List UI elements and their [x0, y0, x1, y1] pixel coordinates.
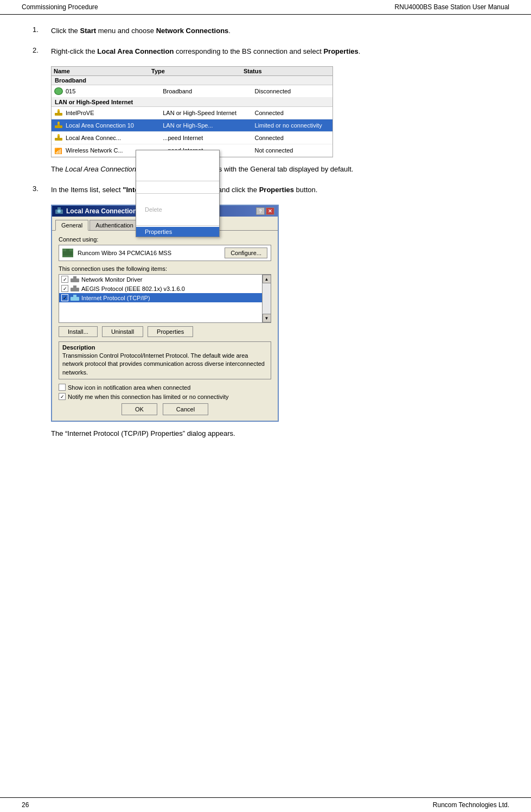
ctx-create-shortcut[interactable]: Create Shortcut	[136, 195, 219, 205]
items-label: This connection uses the following items…	[59, 265, 271, 272]
install-button[interactable]: Install...	[59, 326, 98, 337]
header-left: Commissioning Procedure	[22, 3, 98, 11]
row-type: LAN or High-Speed Internet	[163, 110, 254, 116]
network-connections-screenshot: Name Type Status Broadband 015 Broadband…	[51, 66, 333, 157]
row-type: Broadband	[163, 88, 254, 94]
table-row-highlighted: Local Area Connection 10 LAN or High-Spe…	[52, 119, 332, 132]
row-status: Limited or no connectivity	[255, 122, 330, 129]
svg-rect-14	[66, 249, 69, 252]
ok-button[interactable]: OK	[121, 403, 157, 415]
scroll-down[interactable]: ▼	[263, 314, 271, 322]
note-after-step3: The “Internet Protocol (TCP/IP) Properti…	[51, 428, 498, 439]
svg-rect-18	[73, 286, 76, 288]
row-name: 015	[66, 88, 163, 94]
ctx-properties[interactable]: Properties	[136, 227, 219, 237]
table-header: Name Type Status	[52, 67, 332, 76]
list-item-label: Network Monitor Driver	[81, 276, 142, 283]
lan-icon	[54, 121, 63, 130]
step-1-text: Click the Start menu and choose Network …	[51, 26, 231, 36]
row-name: Local Area Connec...	[66, 135, 163, 141]
table-row: 015 Broadband Disconnected	[52, 85, 332, 98]
list-item-label: Internet Protocol (TCP/IP)	[81, 295, 150, 301]
col-name-header: Name	[54, 68, 151, 74]
ctx-disable[interactable]: Disable	[136, 150, 219, 160]
svg-point-12	[57, 210, 61, 213]
section-lan: LAN or High-Speed Internet	[52, 98, 332, 107]
tab-authentication[interactable]: Authentication	[89, 220, 139, 230]
show-icon-checkbox[interactable]	[59, 384, 66, 391]
notify-label: Notify me when this connection has limit…	[68, 394, 229, 400]
tab-general[interactable]: General	[55, 220, 88, 231]
ctx-status[interactable]: Status	[136, 160, 219, 170]
svg-rect-13	[63, 251, 73, 256]
lan-svg	[54, 109, 63, 117]
list-item[interactable]: Network Monitor Driver	[59, 275, 271, 284]
scroll-track	[263, 283, 271, 314]
lan-icon	[54, 134, 63, 142]
device-icon	[62, 249, 73, 257]
cancel-button[interactable]: Cancel	[163, 403, 208, 415]
svg-rect-20	[73, 295, 76, 297]
ctx-bridge-connections[interactable]: Bridge Connections	[136, 182, 219, 192]
close-button[interactable]: ✕	[266, 207, 274, 215]
col-type-header: Type	[151, 68, 244, 74]
lan-icon	[54, 109, 63, 117]
footer-left: 26	[22, 801, 29, 809]
row-type: ...peed Internet	[163, 135, 254, 141]
context-menu: Disable Status Repair Bridge Connections…	[136, 150, 220, 237]
scroll-up[interactable]: ▲	[263, 275, 271, 283]
ctx-rename[interactable]: Rename	[136, 214, 219, 224]
table-row: Local Area Connec... ...peed Internet Co…	[52, 132, 332, 144]
svg-rect-19	[71, 297, 79, 301]
list-item-selected[interactable]: Internet Protocol (TCP/IP)	[59, 293, 271, 302]
properties-button[interactable]: Properties	[148, 326, 193, 337]
step-2: 2. Right-click the Local Area Connection…	[33, 46, 498, 57]
globe-icon	[54, 87, 63, 96]
items-list: Network Monitor Driver AEGIS Protocol (I…	[59, 274, 271, 323]
dialog-title-icon	[55, 207, 63, 215]
wireless-icon: 📶	[54, 146, 63, 155]
checkbox-aegis[interactable]	[61, 285, 68, 292]
svg-rect-15	[71, 278, 79, 282]
checkbox-tcp-ip[interactable]	[61, 294, 68, 301]
description-label: Description	[62, 344, 267, 351]
list-item[interactable]: AEGIS Protocol (IEEE 802.1x) v3.1.6.0	[59, 284, 271, 293]
ctx-delete[interactable]: Delete	[136, 205, 219, 214]
ctx-repair[interactable]: Repair	[136, 170, 219, 180]
device-name: Runcom Wibro 34 PCMCIA16 MSS	[78, 250, 171, 256]
step-3: 3. In the Items list, select "Internet P…	[33, 185, 498, 195]
device-row: Runcom Wibro 34 PCMCIA16 MSS Configure..…	[59, 245, 271, 261]
svg-point-8	[57, 134, 60, 136]
step-1: 1. Click the Start menu and choose Netwo…	[33, 26, 498, 36]
show-icon-label: Show icon in notification area when conn…	[68, 384, 190, 391]
ctx-separator-1	[136, 181, 219, 181]
uninstall-button[interactable]: Uninstall	[102, 326, 143, 337]
page-header: Commissioning Procedure RNU4000BS Base S…	[0, 0, 531, 15]
row-name: IntelProVE	[66, 110, 163, 116]
aegis-icon	[71, 286, 79, 292]
row-name: Local Area Connection 10	[66, 122, 163, 129]
col-status-header: Status	[244, 68, 319, 74]
wireless-svg: 📶	[54, 147, 63, 154]
configure-button[interactable]: Configure...	[225, 248, 267, 258]
titlebar-controls: ? ✕	[256, 207, 274, 215]
svg-point-2	[57, 109, 60, 111]
list-item-label: AEGIS Protocol (IEEE 802.1x) v3.1.6.0	[81, 286, 185, 292]
lan-svg	[54, 122, 63, 129]
row-status: Disconnected	[255, 88, 330, 94]
help-button[interactable]: ?	[256, 207, 265, 215]
step-2-num: 2.	[33, 46, 46, 57]
dialog-screenshot: Local Area Connection 3 Properties ? ✕ G…	[51, 205, 279, 422]
description-text: Transmission Control Protocol/Internet P…	[62, 352, 267, 377]
row-status: Connected	[255, 135, 330, 141]
footer-right: Runcom Technologies Ltd.	[433, 801, 509, 809]
show-icon-row: Show icon in notification area when conn…	[59, 384, 271, 391]
lan-svg	[54, 134, 63, 142]
ctx-separator-3	[136, 225, 219, 226]
notify-checkbox[interactable]	[59, 393, 66, 400]
checkbox-network-monitor[interactable]	[61, 276, 68, 283]
install-uninstall-row: Install... Uninstall Properties	[59, 326, 271, 337]
ctx-separator-2	[136, 193, 219, 194]
network-monitor-icon	[71, 276, 79, 283]
list-scrollbar: ▲ ▼	[262, 275, 271, 322]
